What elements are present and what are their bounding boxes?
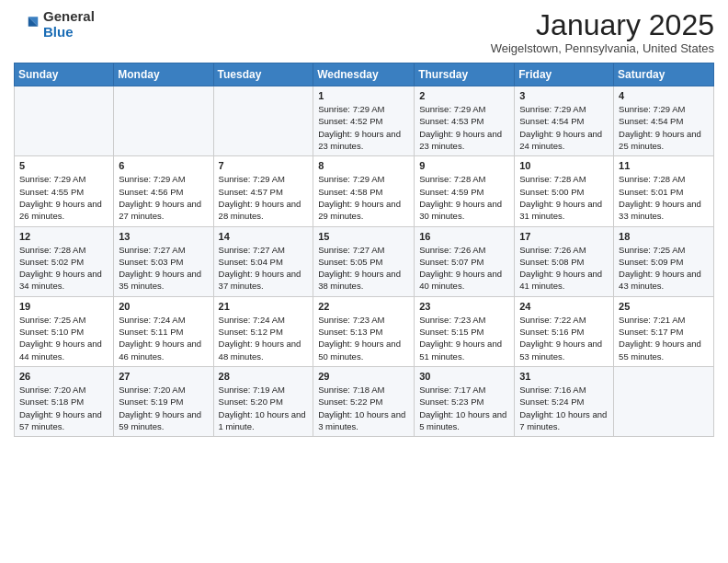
day-info: Sunrise: 7:20 AM Sunset: 5:19 PM Dayligh… (119, 384, 208, 432)
calendar-cell: 23Sunrise: 7:23 AM Sunset: 5:15 PM Dayli… (415, 296, 515, 366)
day-info: Sunrise: 7:16 AM Sunset: 5:24 PM Dayligh… (519, 384, 609, 432)
calendar-cell: 17Sunrise: 7:26 AM Sunset: 5:08 PM Dayli… (515, 226, 614, 296)
day-number: 20 (119, 301, 208, 312)
calendar-cell: 29Sunrise: 7:18 AM Sunset: 5:22 PM Dayli… (313, 366, 415, 436)
calendar-cell: 15Sunrise: 7:27 AM Sunset: 5:05 PM Dayli… (313, 226, 415, 296)
day-number: 22 (318, 301, 409, 312)
logo-blue-text: Blue (43, 25, 95, 40)
calendar-cell (114, 86, 213, 156)
day-info: Sunrise: 7:29 AM Sunset: 4:57 PM Dayligh… (219, 173, 309, 222)
weekday-header: Thursday (415, 63, 515, 86)
calendar-cell: 14Sunrise: 7:27 AM Sunset: 5:04 PM Dayli… (213, 226, 313, 296)
day-info: Sunrise: 7:27 AM Sunset: 5:05 PM Dayligh… (318, 244, 409, 293)
day-number: 28 (219, 371, 309, 382)
day-info: Sunrise: 7:20 AM Sunset: 5:18 PM Dayligh… (19, 384, 108, 432)
weekday-header: Saturday (614, 63, 714, 86)
day-number: 1 (318, 90, 409, 101)
day-number: 9 (419, 160, 509, 171)
day-number: 21 (219, 301, 309, 312)
day-number: 6 (119, 160, 208, 171)
day-number: 26 (19, 371, 108, 382)
calendar-cell: 6Sunrise: 7:29 AM Sunset: 4:56 PM Daylig… (114, 156, 213, 226)
logo-text: General Blue (43, 9, 95, 40)
day-number: 31 (519, 371, 609, 382)
calendar-cell (614, 366, 714, 436)
calendar-cell (213, 86, 313, 156)
day-number: 27 (119, 371, 208, 382)
calendar-cell: 30Sunrise: 7:17 AM Sunset: 5:23 PM Dayli… (415, 366, 515, 436)
logo-icon (14, 12, 40, 38)
day-number: 17 (519, 231, 609, 242)
calendar-cell: 19Sunrise: 7:25 AM Sunset: 5:10 PM Dayli… (15, 296, 114, 366)
day-info: Sunrise: 7:29 AM Sunset: 4:53 PM Dayligh… (419, 103, 509, 152)
day-number: 15 (318, 231, 409, 242)
calendar-cell: 20Sunrise: 7:24 AM Sunset: 5:11 PM Dayli… (114, 296, 213, 366)
calendar-cell: 3Sunrise: 7:29 AM Sunset: 4:54 PM Daylig… (515, 86, 614, 156)
calendar-cell: 2Sunrise: 7:29 AM Sunset: 4:53 PM Daylig… (415, 86, 515, 156)
day-info: Sunrise: 7:29 AM Sunset: 4:54 PM Dayligh… (619, 103, 709, 152)
location-subtitle: Weigelstown, Pennsylvania, United States (491, 41, 714, 55)
day-number: 19 (19, 301, 108, 312)
day-info: Sunrise: 7:29 AM Sunset: 4:56 PM Dayligh… (119, 173, 208, 222)
calendar-cell: 12Sunrise: 7:28 AM Sunset: 5:02 PM Dayli… (15, 226, 114, 296)
calendar-cell: 27Sunrise: 7:20 AM Sunset: 5:19 PM Dayli… (114, 366, 213, 436)
weekday-header: Tuesday (213, 63, 313, 86)
day-info: Sunrise: 7:23 AM Sunset: 5:13 PM Dayligh… (318, 314, 409, 362)
day-info: Sunrise: 7:28 AM Sunset: 4:59 PM Dayligh… (419, 173, 509, 222)
day-number: 7 (219, 160, 309, 171)
day-number: 8 (318, 160, 409, 171)
day-number: 30 (419, 371, 509, 382)
day-info: Sunrise: 7:28 AM Sunset: 5:00 PM Dayligh… (519, 173, 609, 222)
calendar-header-row: SundayMondayTuesdayWednesdayThursdayFrid… (15, 63, 714, 86)
calendar-cell: 8Sunrise: 7:29 AM Sunset: 4:58 PM Daylig… (313, 156, 415, 226)
title-block: January 2025 Weigelstown, Pennsylvania, … (491, 9, 714, 55)
weekday-header: Sunday (15, 63, 114, 86)
day-number: 25 (619, 301, 709, 312)
weekday-header: Monday (114, 63, 213, 86)
day-number: 10 (519, 160, 609, 171)
weekday-header: Wednesday (313, 63, 415, 86)
calendar-cell: 18Sunrise: 7:25 AM Sunset: 5:09 PM Dayli… (614, 226, 714, 296)
day-info: Sunrise: 7:21 AM Sunset: 5:17 PM Dayligh… (619, 314, 709, 362)
calendar-week-row: 5Sunrise: 7:29 AM Sunset: 4:55 PM Daylig… (15, 156, 714, 226)
calendar-table: SundayMondayTuesdayWednesdayThursdayFrid… (14, 63, 714, 437)
calendar-week-row: 19Sunrise: 7:25 AM Sunset: 5:10 PM Dayli… (15, 296, 714, 366)
calendar-cell (15, 86, 114, 156)
month-year-title: January 2025 (491, 9, 714, 41)
logo: General Blue (14, 9, 95, 40)
day-info: Sunrise: 7:29 AM Sunset: 4:54 PM Dayligh… (519, 103, 609, 152)
day-number: 12 (19, 231, 108, 242)
day-info: Sunrise: 7:26 AM Sunset: 5:08 PM Dayligh… (519, 244, 609, 293)
header: General Blue January 2025 Weigelstown, P… (14, 9, 714, 55)
calendar-cell: 22Sunrise: 7:23 AM Sunset: 5:13 PM Dayli… (313, 296, 415, 366)
calendar-cell: 13Sunrise: 7:27 AM Sunset: 5:03 PM Dayli… (114, 226, 213, 296)
calendar-cell: 10Sunrise: 7:28 AM Sunset: 5:00 PM Dayli… (515, 156, 614, 226)
calendar-cell: 31Sunrise: 7:16 AM Sunset: 5:24 PM Dayli… (515, 366, 614, 436)
day-number: 2 (419, 90, 509, 101)
day-number: 16 (419, 231, 509, 242)
day-info: Sunrise: 7:24 AM Sunset: 5:12 PM Dayligh… (219, 314, 309, 362)
day-info: Sunrise: 7:27 AM Sunset: 5:04 PM Dayligh… (219, 244, 309, 293)
day-number: 29 (318, 371, 409, 382)
calendar-cell: 28Sunrise: 7:19 AM Sunset: 5:20 PM Dayli… (213, 366, 313, 436)
day-info: Sunrise: 7:28 AM Sunset: 5:02 PM Dayligh… (19, 244, 108, 293)
calendar-cell: 4Sunrise: 7:29 AM Sunset: 4:54 PM Daylig… (614, 86, 714, 156)
calendar-cell: 5Sunrise: 7:29 AM Sunset: 4:55 PM Daylig… (15, 156, 114, 226)
day-number: 11 (619, 160, 709, 171)
day-info: Sunrise: 7:26 AM Sunset: 5:07 PM Dayligh… (419, 244, 509, 293)
day-info: Sunrise: 7:19 AM Sunset: 5:20 PM Dayligh… (219, 384, 309, 432)
calendar-cell: 11Sunrise: 7:28 AM Sunset: 5:01 PM Dayli… (614, 156, 714, 226)
day-number: 3 (519, 90, 609, 101)
calendar-cell: 16Sunrise: 7:26 AM Sunset: 5:07 PM Dayli… (415, 226, 515, 296)
day-number: 4 (619, 90, 709, 101)
calendar-cell: 24Sunrise: 7:22 AM Sunset: 5:16 PM Dayli… (515, 296, 614, 366)
day-number: 23 (419, 301, 509, 312)
day-info: Sunrise: 7:23 AM Sunset: 5:15 PM Dayligh… (419, 314, 509, 362)
calendar-cell: 9Sunrise: 7:28 AM Sunset: 4:59 PM Daylig… (415, 156, 515, 226)
calendar-week-row: 1Sunrise: 7:29 AM Sunset: 4:52 PM Daylig… (15, 86, 714, 156)
day-info: Sunrise: 7:25 AM Sunset: 5:10 PM Dayligh… (19, 314, 108, 362)
day-info: Sunrise: 7:27 AM Sunset: 5:03 PM Dayligh… (119, 244, 208, 293)
day-number: 18 (619, 231, 709, 242)
day-info: Sunrise: 7:17 AM Sunset: 5:23 PM Dayligh… (419, 384, 509, 432)
page: General Blue January 2025 Weigelstown, P… (0, 0, 728, 563)
